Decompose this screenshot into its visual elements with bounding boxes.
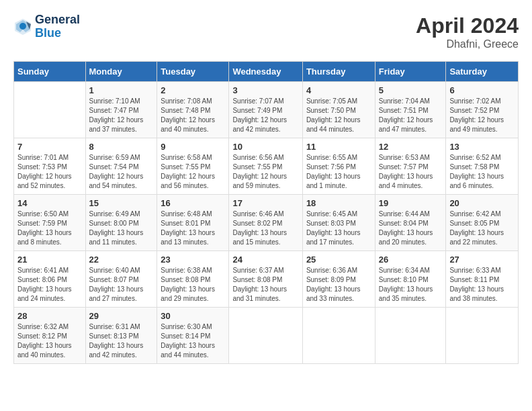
day-info: Sunrise: 6:50 AM Sunset: 7:59 PM Dayligh… [17, 210, 82, 247]
day-info: Sunrise: 6:46 AM Sunset: 8:02 PM Dayligh… [232, 210, 298, 247]
logo: General Blue [13, 13, 80, 40]
day-info: Sunrise: 6:49 AM Sunset: 8:00 PM Dayligh… [89, 210, 154, 247]
day-header-friday: Friday [375, 62, 446, 82]
page-header: General Blue April 2024 Dhafni, Greece [13, 13, 519, 50]
calendar-cell: 9Sunrise: 6:58 AM Sunset: 7:55 PM Daylig… [157, 138, 229, 195]
day-number: 23 [161, 255, 225, 265]
day-number: 16 [161, 198, 225, 208]
calendar-cell: 29Sunrise: 6:31 AM Sunset: 8:13 PM Dayli… [85, 308, 157, 364]
calendar-cell: 27Sunrise: 6:33 AM Sunset: 8:11 PM Dayli… [446, 251, 519, 308]
day-info: Sunrise: 6:30 AM Sunset: 8:14 PM Dayligh… [161, 322, 225, 360]
day-number: 28 [17, 311, 82, 321]
day-number: 26 [379, 255, 443, 265]
week-row-1: 1Sunrise: 7:10 AM Sunset: 7:47 PM Daylig… [14, 82, 519, 138]
day-number: 1 [89, 85, 154, 95]
calendar-cell [229, 308, 302, 364]
logo-text: General Blue [35, 13, 80, 40]
day-header-wednesday: Wednesday [229, 62, 302, 82]
day-header-tuesday: Tuesday [157, 62, 229, 82]
calendar-cell [14, 82, 86, 138]
day-info: Sunrise: 6:42 AM Sunset: 8:05 PM Dayligh… [449, 210, 515, 247]
day-number: 21 [17, 255, 82, 265]
day-header-sunday: Sunday [14, 62, 86, 82]
calendar-cell: 6Sunrise: 7:02 AM Sunset: 7:52 PM Daylig… [446, 82, 519, 138]
calendar-cell: 1Sunrise: 7:10 AM Sunset: 7:47 PM Daylig… [85, 82, 157, 138]
day-number: 5 [379, 85, 443, 95]
day-number: 17 [232, 198, 298, 208]
calendar-table: SundayMondayTuesdayWednesdayThursdayFrid… [13, 61, 519, 364]
calendar-cell: 11Sunrise: 6:55 AM Sunset: 7:56 PM Dayli… [302, 138, 375, 195]
calendar-title: April 2024 [416, 13, 519, 38]
day-number: 3 [232, 85, 298, 95]
calendar-cell: 21Sunrise: 6:41 AM Sunset: 8:06 PM Dayli… [14, 251, 86, 308]
week-row-4: 21Sunrise: 6:41 AM Sunset: 8:06 PM Dayli… [14, 251, 519, 308]
day-header-row: SundayMondayTuesdayWednesdayThursdayFrid… [14, 62, 519, 82]
day-number: 18 [306, 198, 371, 208]
calendar-cell: 17Sunrise: 6:46 AM Sunset: 8:02 PM Dayli… [229, 195, 302, 251]
day-number: 24 [232, 255, 298, 265]
day-info: Sunrise: 6:52 AM Sunset: 7:58 PM Dayligh… [449, 153, 515, 191]
day-header-saturday: Saturday [446, 62, 519, 82]
calendar-cell: 12Sunrise: 6:53 AM Sunset: 7:57 PM Dayli… [375, 138, 446, 195]
day-info: Sunrise: 6:45 AM Sunset: 8:03 PM Dayligh… [306, 210, 371, 247]
day-info: Sunrise: 6:56 AM Sunset: 7:55 PM Dayligh… [232, 153, 298, 191]
day-number: 6 [449, 85, 515, 95]
calendar-cell: 24Sunrise: 6:37 AM Sunset: 8:08 PM Dayli… [229, 251, 302, 308]
svg-point-3 [19, 23, 26, 30]
day-number: 8 [89, 142, 154, 152]
day-info: Sunrise: 7:02 AM Sunset: 7:52 PM Dayligh… [449, 97, 515, 134]
calendar-cell: 23Sunrise: 6:38 AM Sunset: 8:08 PM Dayli… [157, 251, 229, 308]
day-info: Sunrise: 6:32 AM Sunset: 8:12 PM Dayligh… [17, 322, 82, 360]
day-info: Sunrise: 6:37 AM Sunset: 8:08 PM Dayligh… [232, 266, 298, 304]
logo-line2: Blue [35, 27, 80, 40]
day-number: 29 [89, 311, 154, 321]
day-number: 4 [306, 85, 371, 95]
day-number: 7 [17, 142, 82, 152]
week-row-2: 7Sunrise: 7:01 AM Sunset: 7:53 PM Daylig… [14, 138, 519, 195]
calendar-subtitle: Dhafni, Greece [416, 38, 519, 50]
day-info: Sunrise: 7:01 AM Sunset: 7:53 PM Dayligh… [17, 153, 82, 191]
day-info: Sunrise: 6:58 AM Sunset: 7:55 PM Dayligh… [161, 153, 225, 191]
calendar-cell: 28Sunrise: 6:32 AM Sunset: 8:12 PM Dayli… [14, 308, 86, 364]
day-number: 2 [161, 85, 225, 95]
day-info: Sunrise: 7:05 AM Sunset: 7:50 PM Dayligh… [306, 97, 371, 134]
logo-icon [13, 17, 32, 36]
week-row-3: 14Sunrise: 6:50 AM Sunset: 7:59 PM Dayli… [14, 195, 519, 251]
day-info: Sunrise: 6:59 AM Sunset: 7:54 PM Dayligh… [89, 153, 154, 191]
day-info: Sunrise: 7:10 AM Sunset: 7:47 PM Dayligh… [89, 97, 154, 134]
day-header-monday: Monday [85, 62, 157, 82]
day-number: 12 [379, 142, 443, 152]
day-number: 9 [161, 142, 225, 152]
logo-line1: General [35, 13, 80, 27]
calendar-cell: 16Sunrise: 6:48 AM Sunset: 8:01 PM Dayli… [157, 195, 229, 251]
calendar-cell: 18Sunrise: 6:45 AM Sunset: 8:03 PM Dayli… [302, 195, 375, 251]
day-number: 27 [449, 255, 515, 265]
day-info: Sunrise: 6:53 AM Sunset: 7:57 PM Dayligh… [379, 153, 443, 191]
day-info: Sunrise: 6:36 AM Sunset: 8:09 PM Dayligh… [306, 266, 371, 304]
day-info: Sunrise: 6:55 AM Sunset: 7:56 PM Dayligh… [306, 153, 371, 191]
calendar-cell: 30Sunrise: 6:30 AM Sunset: 8:14 PM Dayli… [157, 308, 229, 364]
calendar-cell: 4Sunrise: 7:05 AM Sunset: 7:50 PM Daylig… [302, 82, 375, 138]
calendar-cell: 20Sunrise: 6:42 AM Sunset: 8:05 PM Dayli… [446, 195, 519, 251]
day-number: 25 [306, 255, 371, 265]
day-number: 20 [449, 198, 515, 208]
day-number: 14 [17, 198, 82, 208]
calendar-cell: 14Sunrise: 6:50 AM Sunset: 7:59 PM Dayli… [14, 195, 86, 251]
calendar-cell: 25Sunrise: 6:36 AM Sunset: 8:09 PM Dayli… [302, 251, 375, 308]
calendar-cell [375, 308, 446, 364]
calendar-cell: 2Sunrise: 7:08 AM Sunset: 7:48 PM Daylig… [157, 82, 229, 138]
calendar-cell: 10Sunrise: 6:56 AM Sunset: 7:55 PM Dayli… [229, 138, 302, 195]
day-number: 22 [89, 255, 154, 265]
day-number: 30 [161, 311, 225, 321]
calendar-cell [302, 308, 375, 364]
calendar-cell [446, 308, 519, 364]
calendar-cell: 26Sunrise: 6:34 AM Sunset: 8:10 PM Dayli… [375, 251, 446, 308]
day-info: Sunrise: 7:04 AM Sunset: 7:51 PM Dayligh… [379, 97, 443, 134]
day-header-thursday: Thursday [302, 62, 375, 82]
calendar-cell: 13Sunrise: 6:52 AM Sunset: 7:58 PM Dayli… [446, 138, 519, 195]
day-number: 19 [379, 198, 443, 208]
day-number: 15 [89, 198, 154, 208]
day-number: 11 [306, 142, 371, 152]
day-info: Sunrise: 6:48 AM Sunset: 8:01 PM Dayligh… [161, 210, 225, 247]
day-info: Sunrise: 7:08 AM Sunset: 7:48 PM Dayligh… [161, 97, 225, 134]
